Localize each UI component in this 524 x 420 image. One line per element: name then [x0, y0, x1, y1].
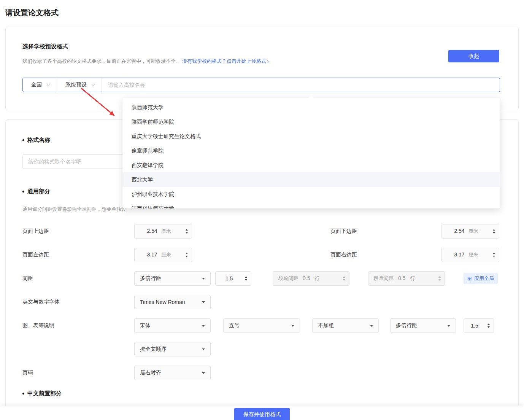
select-value: 五号 — [229, 322, 240, 329]
dropdown-item[interactable]: 陕西学前师范学院 — [122, 115, 500, 129]
format-name-title: 格式名称 — [27, 137, 50, 144]
school-panel-heading: 选择学校预设格式 — [22, 43, 500, 50]
stepper-unit: 厘米 — [468, 251, 478, 258]
arrow-up-icon[interactable] — [493, 253, 495, 254]
link-chevron-icon: › — [267, 58, 268, 64]
dropdown-item[interactable]: 西北大学 — [122, 172, 500, 187]
school-search-input[interactable] — [102, 78, 500, 92]
caption-order-select[interactable]: 按全文顺序 — [134, 342, 211, 356]
arrow-down-icon[interactable] — [493, 232, 495, 234]
school-desc-text: 我们收录了各个高校的论文格式要求，目前正在完善中，可能收录不全。 — [22, 58, 181, 64]
caption-line-spacing-stepper[interactable]: 1.5 — [464, 318, 494, 333]
footer: 保存并使用格式 — [0, 406, 524, 420]
stepper-value: 2.54 — [147, 228, 157, 234]
english-font-select[interactable]: Times New Roman — [134, 295, 211, 309]
dropdown-item[interactable]: 泸州职业技术学院 — [122, 187, 500, 201]
margin-right-stepper[interactable]: 3.17厘米 — [441, 248, 499, 262]
field-label: 页面右边距 — [330, 251, 441, 258]
save-format-button[interactable]: 保存并使用格式 — [234, 408, 290, 420]
margin-top-stepper[interactable]: 2.54厘米 — [134, 224, 192, 239]
school-panel-desc: 我们收录了各个高校的论文格式要求，目前正在完善中，可能收录不全。 没有我学校的格… — [22, 58, 500, 65]
caret-down-icon — [202, 301, 205, 303]
select-value: 多倍行距 — [396, 322, 417, 329]
arrow-up-icon[interactable] — [343, 276, 345, 278]
common-form: 页面上边距 2.54厘米 页面下边距 2.54厘米 页面左边距 3.17厘米 — [22, 224, 500, 380]
stepper-label: 段前间距 — [278, 275, 298, 282]
stepper-value: 0.5 — [398, 275, 405, 281]
stepper-value: 3.17 — [454, 251, 464, 258]
school-dropdown: 陕西师范大学 陕西学前师范学院 重庆大学硕士研究生论文格式 豫章师范学院 西安翻… — [122, 98, 500, 208]
field-label: 页面上边距 — [22, 228, 134, 235]
stepper-arrows[interactable] — [341, 276, 345, 281]
caption-size-select[interactable]: 五号 — [223, 318, 300, 333]
upload-format-link[interactable]: 没有我学校的格式？点击此处上传格式› — [182, 58, 268, 64]
arrow-down-icon[interactable] — [438, 279, 441, 281]
stepper-label: 段后间距 — [374, 275, 394, 282]
collapse-button[interactable]: 收起 — [448, 50, 499, 62]
margin-left-stepper[interactable]: 3.17厘米 — [134, 248, 192, 262]
field-label: 页码 — [22, 369, 134, 376]
arrow-up-icon[interactable] — [245, 276, 247, 278]
page-number-align-select[interactable]: 居右对齐 — [134, 366, 211, 380]
arrow-up-icon[interactable] — [493, 229, 495, 231]
stepper-arrows[interactable] — [183, 229, 188, 234]
arrow-down-icon[interactable] — [186, 256, 188, 257]
arrow-down-icon[interactable] — [186, 232, 188, 234]
apply-all-icon: ⊞ — [467, 276, 472, 281]
caption-font-select[interactable]: 宋体 — [134, 318, 211, 333]
section-title-chinese-front: 中文前置部分 — [22, 390, 500, 397]
after-paragraph-spacing-stepper[interactable]: 段后间距0.5行 — [368, 271, 445, 286]
region-select[interactable]: 全国 — [23, 78, 57, 92]
stepper-arrows[interactable] — [436, 276, 441, 281]
caret-down-icon — [202, 278, 205, 280]
chinese-front-title: 中文前置部分 — [27, 390, 62, 397]
bullet-dot — [22, 393, 24, 395]
stepper-value: 3.17 — [147, 251, 157, 258]
arrow-down-icon[interactable] — [343, 279, 345, 281]
stepper-unit: 厘米 — [161, 251, 171, 258]
dropdown-item[interactable]: 豫章师范学院 — [122, 143, 500, 158]
select-value: Times New Roman — [140, 299, 185, 305]
stepper-arrows[interactable] — [491, 229, 495, 234]
stepper-arrows[interactable] — [485, 323, 490, 328]
chevron-down-icon — [92, 83, 95, 86]
stepper-arrows[interactable] — [183, 253, 188, 257]
arrow-up-icon[interactable] — [186, 229, 188, 231]
caption-line-spacing-select[interactable]: 多倍行距 — [390, 318, 456, 333]
dropdown-item[interactable]: 西安翻译学院 — [122, 158, 500, 172]
caret-down-icon — [202, 348, 205, 350]
arrow-down-icon[interactable] — [487, 326, 490, 328]
form-row-english-font: 英文与数字字体 Times New Roman — [22, 295, 500, 309]
region-select-value: 全国 — [31, 81, 42, 88]
stepper-arrows[interactable] — [243, 276, 247, 281]
dropdown-item[interactable]: 重庆大学硕士研究生论文格式 — [122, 129, 500, 143]
arrow-up-icon[interactable] — [438, 276, 441, 278]
dropdown-item[interactable]: 陕西师范大学 — [122, 100, 500, 115]
arrow-down-icon[interactable] — [245, 279, 247, 281]
before-paragraph-spacing-stepper[interactable]: 段前间距0.5行 — [273, 271, 349, 286]
select-value: 按全文顺序 — [140, 346, 167, 353]
annotation-arrow — [81, 88, 119, 120]
stepper-unit: 行 — [314, 275, 319, 282]
chevron-down-icon — [47, 83, 51, 86]
caption-weight-select[interactable]: 不加粗 — [312, 318, 379, 333]
field-label: 图、表等说明 — [22, 322, 134, 329]
form-row-spacing: 间距 多倍行距 1.5 段前间距0.5行 段后间距0.5行 — [22, 271, 500, 286]
arrow-up-icon[interactable] — [186, 253, 188, 254]
dropdown-item[interactable]: 江西科技师范大学 — [122, 201, 500, 208]
stepper-arrows[interactable] — [491, 253, 495, 257]
apply-all-button[interactable]: ⊞ 应用全局 — [464, 273, 498, 284]
arrow-up-icon[interactable] — [487, 323, 490, 325]
line-spacing-type-select[interactable]: 多倍行距 — [134, 271, 211, 286]
form-row-captions: 图、表等说明 宋体 五号 不加粗 多倍行距 1.5 — [22, 318, 500, 333]
arrow-down-icon[interactable] — [493, 256, 495, 257]
line-spacing-value-stepper[interactable]: 1.5 — [215, 271, 251, 286]
caret-down-icon — [370, 325, 373, 327]
select-value: 居右对齐 — [140, 369, 161, 376]
select-value: 宋体 — [140, 322, 151, 329]
bullet-dot — [22, 139, 24, 141]
select-value: 不加粗 — [318, 322, 334, 329]
field-label: 英文与数字字体 — [22, 299, 134, 305]
common-title: 通用部分 — [27, 188, 50, 195]
margin-bottom-stepper[interactable]: 2.54厘米 — [441, 224, 499, 239]
